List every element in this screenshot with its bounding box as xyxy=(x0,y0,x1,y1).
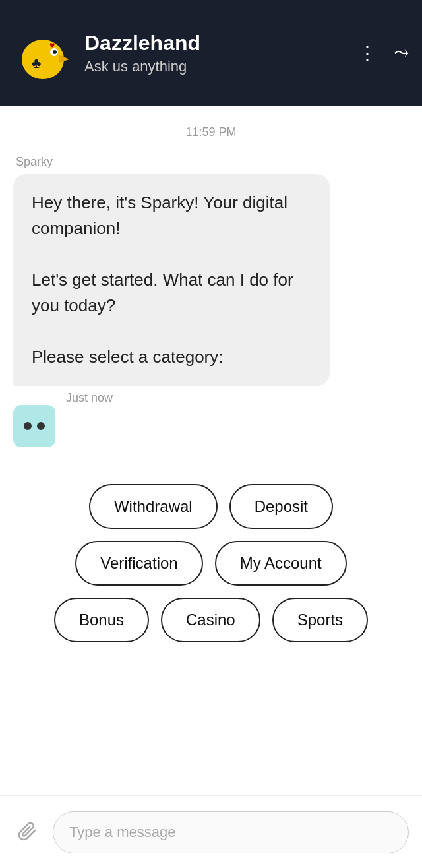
input-area xyxy=(0,795,422,868)
message-just-now: Just now xyxy=(66,391,113,405)
message-row: Hey there, it's Sparky! Your digital com… xyxy=(13,174,330,386)
header-text-block: Dazzlehand Ask us anything xyxy=(84,30,358,75)
my-account-button[interactable]: My Account xyxy=(215,541,347,586)
message-input[interactable] xyxy=(53,811,409,853)
app-title: Dazzlehand xyxy=(84,30,358,55)
svg-marker-1 xyxy=(59,55,69,63)
dot-1 xyxy=(24,422,32,430)
app-subtitle: Ask us anything xyxy=(84,58,358,75)
header-actions: ⋮ ⤳ xyxy=(358,42,409,64)
dot-2 xyxy=(37,422,45,430)
brand-logo: ♣ ♥ xyxy=(13,23,73,82)
attach-icon[interactable] xyxy=(13,818,42,847)
chat-header: ♣ ♥ Dazzlehand Ask us anything ⋮ ⤳ xyxy=(0,0,422,106)
svg-text:♣: ♣ xyxy=(32,55,41,71)
collapse-icon[interactable]: ⤳ xyxy=(394,42,409,64)
deposit-button[interactable]: Deposit xyxy=(229,484,333,529)
svg-text:♥: ♥ xyxy=(49,40,55,50)
category-row-3: Bonus Casino Sports xyxy=(54,598,368,642)
bonus-button[interactable]: Bonus xyxy=(54,598,149,642)
bot-avatar xyxy=(13,405,55,447)
svg-point-0 xyxy=(22,40,64,79)
category-row-2: Verification My Account xyxy=(75,541,346,586)
category-buttons-container: Withdrawal Deposit Verification My Accou… xyxy=(13,484,409,642)
bot-message-bubble: Hey there, it's Sparky! Your digital com… xyxy=(13,174,330,386)
casino-button[interactable]: Casino xyxy=(161,598,260,642)
sports-button[interactable]: Sports xyxy=(272,598,368,642)
typing-dots xyxy=(24,422,45,430)
more-options-icon[interactable]: ⋮ xyxy=(358,42,378,64)
withdrawal-button[interactable]: Withdrawal xyxy=(89,484,218,529)
chat-area: 11:59 PM Sparky Hey there, it's Sparky! … xyxy=(0,106,422,795)
category-row-1: Withdrawal Deposit xyxy=(89,484,333,529)
bot-message-block: Sparky Hey there, it's Sparky! Your digi… xyxy=(13,155,409,405)
verification-button[interactable]: Verification xyxy=(75,541,202,586)
svg-point-3 xyxy=(53,50,57,54)
message-timestamp: 11:59 PM xyxy=(13,125,409,139)
bot-sender-name: Sparky xyxy=(16,155,53,169)
